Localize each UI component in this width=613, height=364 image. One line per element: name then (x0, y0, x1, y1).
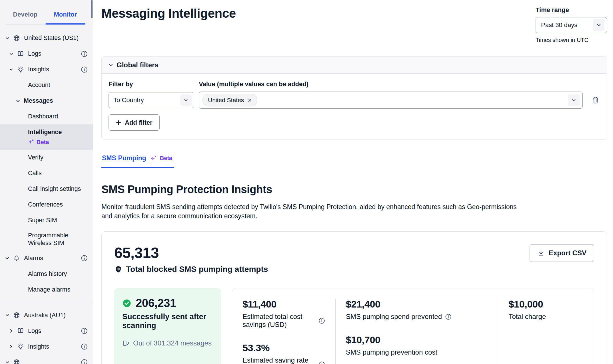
sidebar-item-label: Logs (28, 327, 81, 335)
info-icon[interactable] (81, 255, 88, 262)
sidebar-item-conferences[interactable]: Conferences (0, 197, 93, 213)
sidebar-item-label: Messages (24, 97, 88, 105)
stats-card-header: 65,313 Total blocked SMS pumping attempt… (114, 244, 594, 274)
info-icon[interactable] (318, 318, 325, 324)
sidebar-item-verify[interactable]: Verify (0, 150, 93, 165)
metric-value: $11,400 (243, 299, 325, 310)
chevron-down-icon (15, 98, 21, 104)
tab-beta-label: Beta (160, 155, 172, 161)
filter-labels-row: Filter by Value (multiple values can be … (109, 80, 600, 88)
sidebar-item-calls[interactable]: Calls (0, 165, 93, 181)
sidebar-item-account[interactable]: Account (0, 77, 93, 93)
tab-monitor[interactable]: Monitor (45, 7, 86, 24)
sidebar-divider (0, 302, 93, 302)
metric-label: Estimated saving rate (%) (243, 356, 315, 364)
main-content: Messaging Intelligence Time range Past 3… (93, 0, 613, 364)
sidebar-item-label: Alarms history (28, 270, 88, 278)
info-icon[interactable] (445, 314, 452, 320)
sidebar-item-label: Australia (AU1) (24, 312, 88, 319)
tab-develop[interactable]: Develop (5, 7, 45, 24)
sidebar-item-us1-region[interactable]: United States (US1) (0, 30, 93, 46)
sidebar-item-au-insights[interactable]: Insights (0, 339, 93, 355)
sidebar-item-alarms[interactable]: Alarms (0, 250, 93, 266)
sidebar-item-insights[interactable]: Insights (0, 62, 93, 77)
global-filters-panel: Global filters Filter by Value (multiple… (101, 56, 607, 139)
sidebar-item-partial[interactable] (0, 355, 93, 364)
sidebar-item-programmable-wireless-sim[interactable]: Programmable Wireless SIM (0, 228, 86, 250)
sidebar-item-label: Calls (28, 169, 88, 177)
sidebar-scrollbar[interactable] (91, 0, 93, 18)
sidebar-item-messages[interactable]: Messages (0, 93, 93, 109)
sidebar-item-label: Account (28, 81, 88, 89)
metric-value: 53.3% (243, 342, 325, 353)
info-icon[interactable] (81, 327, 88, 334)
page-header: Messaging Intelligence Time range Past 3… (101, 0, 607, 43)
chevron-right-icon (9, 328, 14, 333)
stats-row: 206,231 Successfully sent after scanning… (114, 288, 594, 364)
sidebar-item-intelligence[interactable]: Intelligence Beta (0, 124, 93, 150)
sidebar-item-super-sim[interactable]: Super SIM (0, 213, 93, 228)
filter-by-value: To Country (113, 96, 144, 104)
insights-lightbulb-icon (17, 343, 24, 350)
global-filters-header[interactable]: Global filters (102, 57, 607, 74)
chip-close-icon[interactable] (247, 98, 252, 102)
sidebar-item-au-logs[interactable]: Logs (0, 323, 93, 339)
sidebar-item-label: Programmable Wireless SIM (28, 232, 81, 247)
sidebar-item-label: Intelligence (28, 128, 62, 136)
add-filter-button[interactable]: Add filter (109, 114, 160, 131)
sidebar-item-label: Dashboard (28, 113, 88, 120)
chevron-down-icon (108, 62, 114, 68)
sparkle-icon (150, 155, 157, 162)
metric-value: $10,700 (346, 334, 488, 345)
chevron-right-icon (9, 344, 14, 349)
info-icon[interactable] (81, 50, 88, 57)
metric-label: Estimated total cost savings (USD) (243, 313, 315, 329)
sidebar-item-logs[interactable]: Logs (0, 46, 93, 62)
filter-value-input[interactable]: United States (199, 92, 583, 109)
chevron-down-icon (180, 94, 192, 106)
info-icon[interactable] (81, 66, 88, 73)
time-range-label: Time range (536, 6, 607, 14)
message-icon (122, 339, 130, 347)
chevron-down-icon (5, 256, 10, 261)
value-chip: United States (203, 94, 257, 106)
sidebar-item-au1-region[interactable]: Australia (AU1) (0, 308, 93, 323)
info-icon[interactable] (81, 359, 88, 364)
time-range-value: Past 30 days (541, 21, 577, 29)
sidebar-item-label: Insights (28, 66, 81, 73)
success-sub-label: Out of 301,324 messages (133, 339, 212, 347)
sidebar-item-alarms-history[interactable]: Alarms history (0, 266, 93, 282)
delete-filter-trash-icon[interactable] (591, 96, 600, 104)
sidebar-item-dashboard[interactable]: Dashboard (0, 109, 93, 124)
beta-badge-label: Beta (37, 139, 49, 146)
chevron-down-icon (568, 94, 580, 106)
sidebar-item-label: Insights (28, 343, 81, 351)
success-label: Successfully sent after scanning (122, 312, 213, 330)
metric-label: SMS pumping spend prevented (346, 313, 442, 321)
tab-sms-pumping[interactable]: SMS Pumping Beta (101, 154, 174, 168)
filter-by-select[interactable]: To Country (109, 92, 194, 108)
metric-label: Total charge (508, 313, 546, 321)
sidebar-item-call-insight-settings[interactable]: Call insight settings (0, 181, 93, 197)
time-zone-note: Times shown in UTC (536, 37, 607, 43)
add-filter-label: Add filter (125, 119, 153, 126)
export-csv-button[interactable]: Export CSV (530, 244, 594, 262)
view-tabs: SMS Pumping Beta (101, 154, 607, 168)
info-icon[interactable] (318, 361, 325, 364)
metric: $10,000 Total charge (508, 299, 584, 321)
plus-icon (116, 120, 121, 126)
time-range-select[interactable]: Past 30 days (536, 17, 607, 33)
sidebar-item-label: Alarms (24, 254, 81, 262)
logs-book-icon (17, 327, 24, 335)
info-icon[interactable] (81, 343, 88, 350)
total-blocked-value: 65,313 (114, 244, 268, 261)
chevron-down-icon (9, 51, 14, 56)
sidebar-item-label: Super SIM (28, 217, 88, 224)
globe-icon (13, 312, 20, 319)
filter-controls-row: To Country United States (109, 92, 600, 109)
metrics-column-savings: $11,400 Estimated total cost savings (US… (232, 299, 335, 364)
sidebar-item-manage-alarms[interactable]: Manage alarms (0, 282, 93, 298)
total-blocked-label: Total blocked SMS pumping attempts (126, 265, 268, 274)
sidebar-item-label: Logs (28, 50, 81, 58)
sidebar-item-label: Call insight settings (28, 185, 88, 193)
